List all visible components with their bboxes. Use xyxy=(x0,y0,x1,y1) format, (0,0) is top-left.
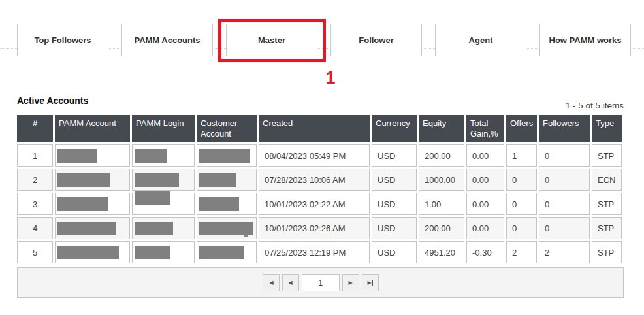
col-header-total-gain: Total Gain,% xyxy=(466,115,504,142)
cell-followers: 2 xyxy=(539,241,590,263)
cell-pamm-account xyxy=(55,217,130,239)
col-header-pamm-login: PAMM Login xyxy=(132,115,195,142)
redacted-value xyxy=(135,191,170,205)
col-header-followers: Followers xyxy=(539,115,590,142)
cell-total-gain: 0.00 xyxy=(466,169,504,191)
cell-offers: 0 xyxy=(506,169,537,191)
cell-pamm-account xyxy=(55,241,130,263)
tab-how-pamm-works[interactable]: How PAMM works xyxy=(539,24,631,56)
cell-followers: 0 xyxy=(539,169,590,191)
redacted-value xyxy=(135,149,167,163)
cell-type: STP xyxy=(592,217,622,239)
cell-customer-account xyxy=(197,169,257,191)
first-page-icon xyxy=(268,280,268,286)
cell-type: STP xyxy=(592,193,622,215)
cell-pamm-login xyxy=(132,241,195,263)
redacted-value xyxy=(57,197,108,211)
cell-currency: USD xyxy=(372,217,417,239)
section-title: Active Accounts xyxy=(17,95,88,106)
cell-created: 07/25/2023 12:19 PM xyxy=(259,241,370,263)
cell-total-gain: 0.00 xyxy=(466,193,504,215)
cell-pamm-account xyxy=(55,169,130,191)
cell-type: ECN xyxy=(592,169,622,191)
table-row: 410/01/2023 02:26 AMUSD200.000.0000STP xyxy=(17,217,622,239)
grid-header-row: # PAMM Account PAMM Login Customer Accou… xyxy=(17,115,622,142)
cell-followers: 0 xyxy=(539,144,590,167)
redacted-value xyxy=(57,173,110,187)
pager-prev-button[interactable]: ◀ xyxy=(282,274,299,291)
cell-type: STP xyxy=(592,241,622,263)
cell-pamm-login xyxy=(132,193,195,215)
cell-index: 5 xyxy=(17,241,53,263)
tab-agent[interactable]: Agent xyxy=(435,24,526,56)
cell-currency: USD xyxy=(372,241,417,263)
cell-equity: 200.00 xyxy=(419,144,464,167)
redacted-value xyxy=(199,222,253,235)
cell-offers: 1 xyxy=(506,144,537,167)
redaction-artifact xyxy=(244,235,248,237)
pager-next-button[interactable]: ▶ xyxy=(342,274,359,291)
col-header-type: Type xyxy=(592,115,622,142)
cell-followers: 0 xyxy=(539,193,590,215)
tab-top-followers[interactable]: Top Followers xyxy=(17,24,108,56)
pamm-dashboard: Top Followers PAMM Accounts Master Follo… xyxy=(0,0,644,315)
cell-index: 1 xyxy=(17,144,53,167)
pager-first-button[interactable]: ◀ xyxy=(263,274,280,291)
cell-pamm-login xyxy=(132,217,195,239)
table-row: 108/04/2023 05:49 PMUSD200.000.0010STP xyxy=(17,144,622,167)
cell-index: 2 xyxy=(17,169,53,191)
cell-index: 3 xyxy=(17,193,53,215)
pager-current-page[interactable]: 1 xyxy=(302,274,340,291)
step-annotation-number: 1 xyxy=(321,68,340,88)
cell-followers: 0 xyxy=(539,217,590,239)
cell-customer-account xyxy=(197,241,257,263)
table-body: 108/04/2023 05:49 PMUSD200.000.0010STP20… xyxy=(17,144,622,263)
redacted-value xyxy=(199,246,244,259)
redacted-value xyxy=(57,246,119,259)
cell-total-gain: -0.30 xyxy=(466,241,504,263)
cell-index: 4 xyxy=(17,217,53,239)
cell-pamm-account xyxy=(55,144,130,167)
cell-customer-account xyxy=(197,217,257,239)
last-page-icon: ▶ xyxy=(367,280,371,286)
cell-created: 10/01/2023 02:26 AM xyxy=(259,217,370,239)
cell-pamm-login xyxy=(132,169,195,191)
next-page-icon: ▶ xyxy=(348,280,352,286)
cell-equity: 200.00 xyxy=(419,217,464,239)
cell-total-gain: 0.00 xyxy=(466,217,504,239)
redacted-value xyxy=(199,197,239,211)
grid-pager-footer: ◀ ◀ 1 ▶ ▶ xyxy=(17,267,624,298)
table-row: 310/01/2023 02:22 AMUSD1.000.0000STP xyxy=(17,193,622,215)
pager-last-button[interactable]: ▶ xyxy=(362,274,379,291)
cell-created: 07/28/2023 10:06 AM xyxy=(259,169,370,191)
tab-pamm-accounts[interactable]: PAMM Accounts xyxy=(121,24,213,56)
col-header-index: # xyxy=(17,115,53,142)
cell-customer-account xyxy=(197,144,257,167)
redacted-value xyxy=(135,222,173,235)
col-header-equity: Equity xyxy=(419,115,464,142)
col-header-pamm-account: PAMM Account xyxy=(55,115,130,142)
cell-type: STP xyxy=(592,144,622,167)
tab-follower[interactable]: Follower xyxy=(330,24,422,56)
redacted-value xyxy=(135,173,179,187)
col-header-customer-account: Customer Account xyxy=(197,115,257,142)
cell-equity: 4951.20 xyxy=(419,241,464,263)
table-row: 207/28/2023 10:06 AMUSD1000.000.0000ECN xyxy=(17,169,622,191)
cell-total-gain: 0.00 xyxy=(466,144,504,167)
col-header-created: Created xyxy=(259,115,370,142)
col-header-offers: Offers xyxy=(506,115,537,142)
cell-currency: USD xyxy=(372,144,417,167)
cell-equity: 1.00 xyxy=(419,193,464,215)
cell-pamm-login xyxy=(132,144,195,167)
tab-master[interactable]: Master xyxy=(226,24,317,56)
cell-created: 10/01/2023 02:22 AM xyxy=(259,193,370,215)
redacted-value xyxy=(199,149,250,163)
cell-offers: 2 xyxy=(506,241,537,263)
table-row: 507/25/2023 12:19 PMUSD4951.20-0.3022STP xyxy=(17,241,622,263)
col-header-currency: Currency xyxy=(372,115,417,142)
cell-customer-account xyxy=(197,193,257,215)
redacted-value xyxy=(135,246,170,259)
redacted-value xyxy=(57,222,116,235)
cell-equity: 1000.00 xyxy=(419,169,464,191)
active-accounts-grid: # PAMM Account PAMM Login Customer Accou… xyxy=(15,113,624,265)
